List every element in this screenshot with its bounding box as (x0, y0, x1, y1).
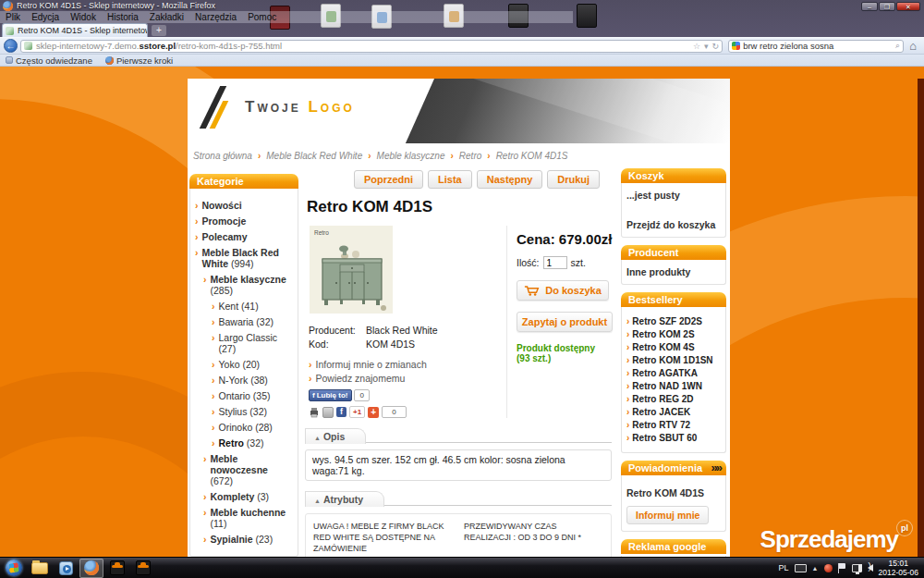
menu-edycja[interactable]: Edycja (31, 12, 59, 22)
tray-app-icon[interactable] (824, 564, 833, 572)
print-icon[interactable] (309, 407, 320, 418)
category-sypialnie[interactable]: ›Sypialnie (23) (195, 534, 293, 545)
tab-active[interactable]: Retro KOM 4D1S - Sklep internetowy (2, 23, 148, 37)
breadcrumb-separator: › (450, 151, 453, 161)
action-center-flag-icon[interactable] (838, 563, 846, 573)
bestseller-link[interactable]: ›Retro REG 2D (626, 394, 721, 404)
product-image[interactable]: Retro (310, 226, 393, 314)
bestseller-link[interactable]: ›Retro RTV 72 (626, 420, 721, 430)
breadcrumb-item[interactable]: Meble klasyczne (377, 151, 445, 161)
url-dropdown-icon[interactable]: ▾ (704, 42, 709, 51)
google-plus-one-button[interactable]: +1 (349, 406, 365, 418)
reload-icon[interactable]: ↻ (712, 42, 720, 51)
tell-friend-link[interactable]: ›Powiedz znajomemu (309, 373, 506, 384)
taskbar-media-player[interactable] (54, 559, 78, 578)
category-orinoko[interactable]: ›Orinoko (28) (195, 422, 293, 433)
bestseller-link[interactable]: ›Retro NAD 1WN (626, 381, 721, 391)
ask-about-product-button[interactable]: Zapytaj o produkt (517, 312, 613, 332)
taskbar-firefox-active[interactable] (79, 559, 103, 578)
category-meble-kuchenne[interactable]: ›Meble kuchenne (11) (195, 507, 293, 529)
code-label: Kod: (309, 338, 366, 350)
category-n-york[interactable]: ›N-York (38) (195, 375, 293, 386)
addthis-share-icon[interactable]: + (368, 407, 379, 418)
opis-section-header[interactable]: ▲Opis (305, 428, 366, 444)
print-button[interactable]: Drukuj (547, 170, 600, 189)
bestseller-link[interactable]: ›Retro KOM 4S (626, 342, 721, 352)
volume-icon[interactable] (868, 564, 873, 572)
firefox-icon (84, 560, 99, 575)
keyboard-icon[interactable] (795, 564, 807, 572)
start-button[interactable] (2, 559, 26, 578)
home-icon[interactable]: ⌂ (909, 40, 917, 53)
menu-pomoc[interactable]: Pomoc (248, 12, 276, 22)
hidden-icons-arrow[interactable]: ▲ (812, 565, 819, 572)
chevrons-icon[interactable]: »» (711, 461, 721, 475)
other-products-link[interactable]: Inne produkty (626, 266, 721, 277)
category-ontario[interactable]: ›Ontario (35) (195, 390, 293, 401)
shop-logo[interactable]: Twoje Logo (204, 86, 355, 129)
taskbar-app-spy-2[interactable] (131, 559, 155, 578)
bestseller-link[interactable]: ›Retro KOM 2S (626, 329, 721, 339)
category-komplety[interactable]: ›Komplety (3) (195, 491, 293, 502)
breadcrumb-home[interactable]: Strona główna (193, 151, 252, 161)
folder-icon (31, 562, 48, 574)
qty-input[interactable] (543, 256, 567, 269)
search-input[interactable] (743, 41, 895, 51)
clock[interactable]: 15:01 2012-05-06 (879, 559, 918, 577)
menu-widok[interactable]: Widok (70, 12, 96, 22)
language-indicator[interactable]: PL (779, 563, 789, 572)
category-yoko[interactable]: ›Yoko (20) (195, 359, 293, 370)
taskbar-explorer[interactable] (28, 559, 52, 578)
menu-zakladki[interactable]: Zakładki (150, 12, 184, 22)
taskbar-app-spy-1[interactable] (105, 559, 129, 578)
menu-plik[interactable]: Plik (6, 12, 20, 22)
bestseller-link[interactable]: ›Retro KOM 1D1SN (626, 355, 721, 365)
go-to-cart-link[interactable]: Przejdź do koszyka (626, 219, 721, 230)
back-button[interactable]: ← (4, 39, 18, 53)
opis-text: wys. 94.5 cm szer. 152 cm gł. 46.5 cm ko… (305, 449, 612, 481)
category-meble-nowoczesne[interactable]: ›Meble nowoczesne (672) (195, 453, 293, 486)
category-promocje[interactable]: ›Promocje (195, 215, 293, 227)
breadcrumb-item[interactable]: Meble Black Red White (266, 151, 362, 161)
facebook-share-icon[interactable]: f (336, 407, 346, 417)
bestseller-link[interactable]: ›Retro AGATKA (626, 368, 721, 378)
atrybuty-section-header[interactable]: ▲Atrybuty (305, 491, 384, 507)
facebook-like-button[interactable]: fLubię to! (309, 389, 352, 401)
category-largo-classic[interactable]: ›Largo Classic (27) (195, 332, 293, 354)
url-bar[interactable]: sklep-internetowy-7.demo.sstore.pl/retro… (20, 40, 723, 53)
minimize-button[interactable]: – (861, 2, 878, 11)
system-tray: PL ▲ 15:01 2012-05-06 (779, 559, 924, 577)
category-bawaria[interactable]: ›Bawaria (32) (195, 316, 293, 327)
next-button[interactable]: Następny (477, 170, 543, 189)
category-meble-brw[interactable]: ›Meble Black Red White (994) (195, 247, 293, 269)
notify-changes-link[interactable]: ›Informuj mnie o zmianach (309, 359, 506, 370)
category-polecamy[interactable]: ›Polecamy (195, 231, 293, 242)
category-retro-current[interactable]: ›Retro (32) (195, 437, 293, 449)
menu-historia[interactable]: Historia (107, 12, 139, 22)
maximize-button[interactable]: ❐ (879, 2, 895, 11)
bestseller-link[interactable]: ›Retro SBUT 60 (626, 433, 721, 443)
bookmark-first-steps[interactable]: Pierwsze kroki (105, 55, 173, 66)
bookmark-often-visited[interactable]: Często odwiedzane (6, 55, 92, 66)
bestseller-link[interactable]: ›Retro SZF 2D2S (626, 316, 721, 326)
bookmark-star-icon[interactable]: ☆ (693, 42, 700, 51)
tab-bar: Retro KOM 4D1S - Sklep internetowy + (0, 23, 924, 37)
category-kent[interactable]: ›Kent (41) (195, 301, 293, 312)
notify-me-button[interactable]: Informuj mnie (626, 506, 709, 524)
category-stylius[interactable]: ›Stylius (32) (195, 406, 293, 417)
new-tab-button[interactable]: + (152, 25, 166, 36)
list-button[interactable]: Lista (428, 170, 472, 189)
add-to-cart-button[interactable]: Do koszyka (517, 280, 609, 301)
search-bar[interactable]: ⌕ (728, 40, 904, 53)
category-meble-klasyczne[interactable]: ›Meble klasyczne (285) (195, 274, 293, 296)
media-player-icon (59, 561, 73, 575)
search-icon[interactable]: ⌕ (895, 41, 900, 51)
category-nowosci[interactable]: ›Nowości (195, 200, 293, 211)
breadcrumb-item[interactable]: Retro (459, 151, 481, 161)
menu-narzedzia[interactable]: Narzędzia (195, 12, 237, 22)
bestseller-link[interactable]: ›Retro JACEK (626, 407, 721, 417)
share-widget-icon[interactable] (322, 407, 334, 418)
close-button[interactable]: ✕ (896, 2, 920, 11)
previous-button[interactable]: Poprzedni (354, 170, 423, 189)
share-count: 0 (382, 406, 406, 418)
